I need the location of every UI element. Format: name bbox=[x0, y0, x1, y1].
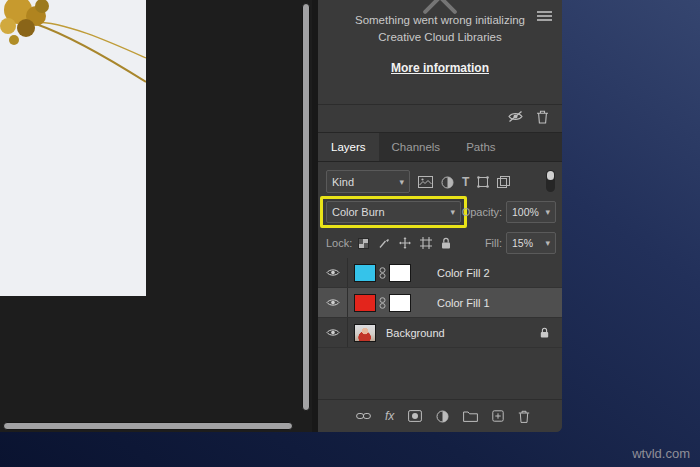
layer-style-fx-icon[interactable]: fx bbox=[385, 409, 394, 423]
layer-name[interactable]: Color Fill 2 bbox=[437, 267, 490, 279]
layer-row-color-fill-2[interactable]: Color Fill 2 bbox=[318, 258, 562, 288]
tab-layers[interactable]: Layers bbox=[318, 133, 379, 161]
shape-layer-filter-icon[interactable] bbox=[477, 176, 489, 188]
chevron-down-icon: ▾ bbox=[545, 238, 550, 248]
libraries-error-text: Creative Cloud Libraries bbox=[318, 31, 562, 43]
canvas-area[interactable] bbox=[0, 0, 312, 432]
visibility-eye-icon[interactable] bbox=[318, 288, 348, 317]
layer-lock-icon bbox=[540, 327, 549, 338]
trash-icon[interactable] bbox=[536, 110, 549, 124]
blend-mode-value: Color Burn bbox=[332, 206, 385, 218]
filter-kind-label: Kind bbox=[332, 176, 354, 188]
layers-bottom-toolbar: fx bbox=[318, 399, 562, 432]
new-layer-icon[interactable] bbox=[492, 410, 504, 422]
libraries-error-text: Something went wrong initializing bbox=[318, 14, 562, 26]
delete-layer-trash-icon[interactable] bbox=[518, 410, 530, 423]
type-layer-filter-icon[interactable]: T bbox=[462, 175, 469, 189]
layer-mask-thumbnail[interactable] bbox=[389, 264, 411, 282]
fill-label: Fill: bbox=[446, 237, 502, 249]
opacity-value: 100% bbox=[512, 206, 539, 218]
layer-filter-icons: T bbox=[418, 171, 510, 193]
new-group-folder-icon[interactable] bbox=[463, 410, 478, 422]
layer-mask-thumbnail[interactable] bbox=[389, 294, 411, 312]
visibility-eye-icon[interactable] bbox=[318, 318, 348, 347]
smart-object-filter-icon[interactable] bbox=[497, 176, 510, 188]
layer-color-thumbnail[interactable] bbox=[354, 294, 376, 312]
adjustment-layer-icon[interactable] bbox=[436, 410, 449, 423]
lock-transparency-icon[interactable] bbox=[358, 238, 369, 249]
visibility-eye-icon[interactable] bbox=[318, 258, 348, 287]
gold-flower-graphic bbox=[0, 0, 146, 296]
layer-name[interactable]: Color Fill 1 bbox=[437, 297, 490, 309]
divider bbox=[318, 104, 562, 105]
lock-buttons bbox=[358, 232, 451, 254]
vertical-scrollbar[interactable] bbox=[300, 0, 312, 418]
hidden-eye-icon[interactable] bbox=[507, 110, 524, 123]
filter-kind-select[interactable]: Kind ▾ bbox=[326, 170, 410, 193]
document-image bbox=[0, 0, 146, 296]
background-photo-thumbnail[interactable] bbox=[354, 324, 376, 342]
horizontal-scrollbar-thumb[interactable] bbox=[3, 422, 293, 430]
fill-value: 15% bbox=[512, 237, 533, 249]
layer-color-thumbnail[interactable] bbox=[354, 264, 376, 282]
tab-paths[interactable]: Paths bbox=[453, 133, 508, 161]
panels-column: Something went wrong initializing Creati… bbox=[318, 0, 562, 432]
photoshop-window: Something went wrong initializing Creati… bbox=[0, 0, 562, 432]
layer-row-background[interactable]: Background bbox=[318, 318, 562, 348]
panel-menu-icon[interactable] bbox=[537, 11, 552, 23]
link-layers-icon[interactable] bbox=[356, 412, 371, 420]
layer-name[interactable]: Background bbox=[386, 327, 445, 339]
filter-toggle-switch[interactable] bbox=[546, 170, 555, 192]
adjustment-layer-filter-icon[interactable] bbox=[441, 176, 454, 189]
layers-list: Color Fill 2 Color Fill 1 Background bbox=[318, 258, 562, 348]
lock-pixels-brush-icon[interactable] bbox=[378, 237, 390, 249]
tab-channels[interactable]: Channels bbox=[379, 133, 454, 161]
horizontal-scrollbar[interactable] bbox=[0, 420, 300, 432]
chevron-down-icon: ▾ bbox=[399, 177, 404, 187]
opacity-label: Opacity: bbox=[446, 206, 502, 218]
lock-artboard-icon[interactable] bbox=[420, 237, 432, 249]
fill-select[interactable]: 15% ▾ bbox=[506, 232, 556, 254]
more-information-link[interactable]: More information bbox=[318, 61, 562, 75]
chevron-down-icon: ▾ bbox=[545, 207, 550, 217]
mask-link-icon[interactable] bbox=[379, 267, 386, 279]
watermark-text: wtvld.com bbox=[632, 446, 690, 461]
layer-row-color-fill-1[interactable]: Color Fill 1 bbox=[318, 288, 562, 318]
vertical-scrollbar-thumb[interactable] bbox=[302, 3, 310, 411]
mask-link-icon[interactable] bbox=[379, 297, 386, 309]
add-layer-mask-icon[interactable] bbox=[408, 410, 422, 422]
pixel-layer-filter-icon[interactable] bbox=[418, 176, 433, 188]
lock-position-move-icon[interactable] bbox=[399, 237, 411, 249]
panel-tab-bar: Layers Channels Paths bbox=[318, 132, 562, 162]
blend-mode-select[interactable]: Color Burn ▾ bbox=[326, 201, 461, 223]
opacity-select[interactable]: 100% ▾ bbox=[506, 201, 556, 223]
lock-label: Lock: bbox=[326, 237, 358, 249]
